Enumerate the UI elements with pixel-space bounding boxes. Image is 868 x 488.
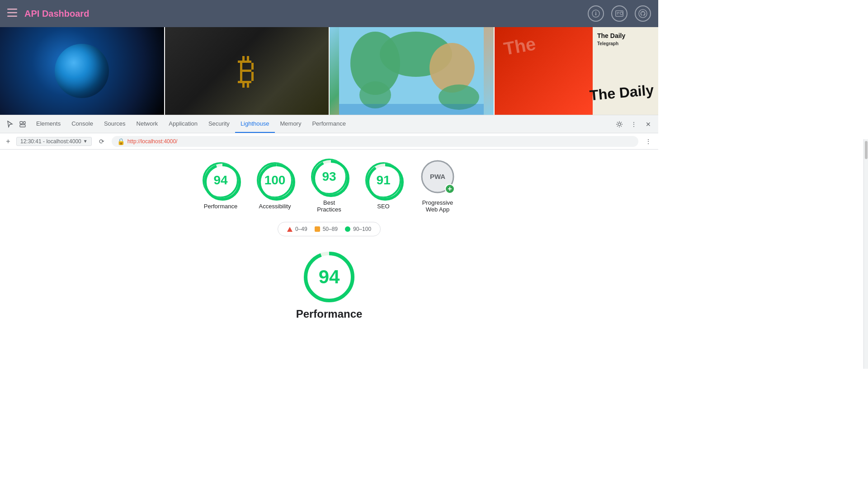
devtools-toolbar-right: ⋮ ✕ xyxy=(613,118,655,131)
legend-dot-icon xyxy=(345,226,350,232)
score-circle-accessibility: 100 xyxy=(257,162,293,198)
address-url: 🔒 http://localhost:4000/ xyxy=(112,136,638,147)
svg-point-14 xyxy=(429,43,475,93)
seo-label: SEO xyxy=(377,203,389,210)
svg-rect-17 xyxy=(339,104,484,115)
tab-memory[interactable]: Memory xyxy=(275,115,307,133)
performance-label: Performance xyxy=(204,203,237,210)
big-score-circle: 94 xyxy=(302,250,356,304)
svg-point-23 xyxy=(205,165,240,199)
legend-orange-label: 50–89 xyxy=(323,226,338,232)
score-item-accessibility[interactable]: 100 Accessibility xyxy=(257,162,293,210)
svg-rect-6 xyxy=(616,11,623,17)
legend-item-red: 0–49 xyxy=(287,226,307,232)
svg-point-4 xyxy=(595,12,596,13)
settings-icon[interactable] xyxy=(613,118,626,131)
legend-item-green: 90–100 xyxy=(345,226,371,232)
svg-point-29 xyxy=(368,165,402,199)
svg-point-21 xyxy=(618,123,621,126)
score-item-seo[interactable]: 91 SEO xyxy=(365,162,401,210)
reload-icon[interactable]: ⟳ xyxy=(95,135,108,148)
tab-security[interactable]: Security xyxy=(203,115,235,133)
pwa-label: Progressive Web App xyxy=(420,199,456,213)
close-icon[interactable]: ✕ xyxy=(642,118,655,131)
accessibility-label: Accessibility xyxy=(259,203,291,210)
big-score-label: Performance xyxy=(296,308,363,320)
card-button[interactable] xyxy=(611,5,627,22)
svg-rect-8 xyxy=(617,14,618,14)
lock-icon: 🔒 xyxy=(117,138,125,145)
toolbar-right xyxy=(588,5,651,22)
score-circle-seo: 91 xyxy=(365,162,401,198)
score-item-performance[interactable]: 94 Performance xyxy=(203,162,239,210)
tab-sources[interactable]: Sources xyxy=(99,115,131,133)
svg-point-32 xyxy=(306,253,353,300)
pwa-circle: PWA + xyxy=(420,159,456,195)
menu-icon[interactable] xyxy=(7,8,17,19)
score-circle-best-practices: 93 xyxy=(311,159,347,195)
svg-rect-18 xyxy=(20,122,23,124)
svg-rect-2 xyxy=(7,16,17,17)
address-bar: + 12:30:41 - localhost:4000 ▼ ⟳ 🔒 http:/… xyxy=(0,133,658,150)
legend-red-label: 0–49 xyxy=(295,226,307,232)
legend-triangle-icon xyxy=(287,227,292,232)
legend-green-label: 90–100 xyxy=(353,226,371,232)
image-earth xyxy=(0,27,165,115)
svg-point-27 xyxy=(314,161,348,196)
score-circle-performance: 94 xyxy=(203,162,239,198)
score-item-pwa[interactable]: PWA + Progressive Web App xyxy=(420,159,456,213)
image-map xyxy=(330,27,495,115)
app-title: API Dashboard xyxy=(24,9,89,19)
more-icon[interactable]: ⋮ xyxy=(627,118,640,131)
svg-rect-0 xyxy=(7,9,17,10)
legend-square-icon xyxy=(315,226,320,232)
tab-console[interactable]: Console xyxy=(66,115,99,133)
svg-point-9 xyxy=(620,12,623,15)
lighthouse-content: 94 Performance 100 Accessibility xyxy=(0,150,658,369)
tab-performance[interactable]: Performance xyxy=(307,115,351,133)
image-newspaper: The Daily Telegraph The xyxy=(495,27,659,115)
svg-point-25 xyxy=(259,165,294,199)
svg-rect-1 xyxy=(7,12,17,14)
github-button[interactable] xyxy=(635,5,651,22)
cursor-icon[interactable] xyxy=(4,118,16,131)
tab-lighthouse[interactable]: Lighthouse xyxy=(235,115,275,133)
add-tab-button[interactable]: + xyxy=(4,137,13,146)
image-bitcoin: ₿ xyxy=(165,27,330,115)
scores-row: 94 Performance 100 Accessibility xyxy=(203,159,456,213)
svg-rect-5 xyxy=(595,13,596,15)
info-button[interactable] xyxy=(588,5,604,22)
score-item-best-practices[interactable]: 93 Best Practices xyxy=(311,159,347,213)
svg-point-10 xyxy=(639,9,647,18)
url-text: http://localhost:4000/ xyxy=(127,138,178,145)
url-more-icon[interactable]: ⋮ xyxy=(642,135,655,148)
legend: 0–49 50–89 90–100 xyxy=(278,222,381,236)
devtools-bar: Elements Console Sources Network Applica… xyxy=(0,115,658,133)
inspect-icon[interactable] xyxy=(16,118,29,131)
legend-item-orange: 50–89 xyxy=(315,226,338,232)
tab-elements[interactable]: Elements xyxy=(31,115,66,133)
devtools-tabs: Elements Console Sources Network Applica… xyxy=(31,115,351,133)
svg-rect-19 xyxy=(20,125,25,127)
best-practices-label: Best Practices xyxy=(311,199,347,213)
image-strip: ₿ The Daily Telegraph xyxy=(0,27,658,115)
svg-rect-20 xyxy=(24,122,25,124)
svg-rect-7 xyxy=(617,12,619,13)
tab-application[interactable]: Application xyxy=(163,115,203,133)
app-bar: API Dashboard xyxy=(0,0,658,27)
big-score-section: 94 Performance xyxy=(296,250,363,320)
tab-network[interactable]: Network xyxy=(131,115,164,133)
tab-history[interactable]: 12:30:41 - localhost:4000 ▼ xyxy=(16,137,92,146)
